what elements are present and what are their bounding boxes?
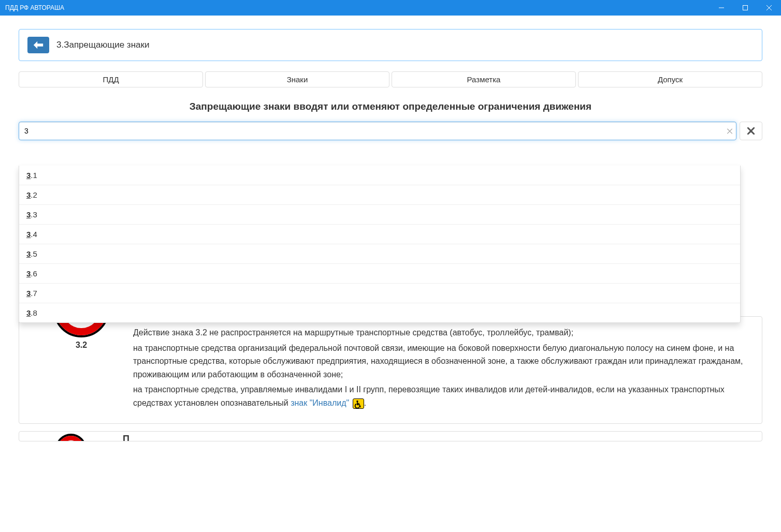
tabbar: ПДД Знаки Разметка Допуск — [19, 71, 762, 87]
x-icon — [727, 129, 732, 134]
x-bold-icon — [747, 127, 755, 135]
tab-signs[interactable]: Знаки — [205, 71, 389, 87]
suggestion-item[interactable]: 3.2 — [19, 185, 740, 204]
article-p1: Действие знака 3.2 не распространяется н… — [133, 326, 751, 339]
reset-button[interactable] — [740, 122, 762, 140]
header-panel: 3.Запрещающие знаки — [19, 29, 762, 61]
maximize-button[interactable] — [733, 0, 757, 16]
invalid-sign-link[interactable]: знак "Инвалид" — [291, 398, 349, 407]
input-clear-icon[interactable] — [727, 127, 732, 136]
article-panel: 3.2 Действие знака 3.2 не распространяет… — [19, 316, 762, 424]
article-p3: на транспортные средства, управляемые ин… — [133, 383, 751, 409]
svg-rect-0 — [743, 6, 748, 10]
back-button[interactable] — [27, 37, 49, 53]
tab-pdd[interactable]: ПДД — [19, 71, 203, 87]
article-p3-text: на транспортные средства, управляемые ин… — [133, 385, 725, 407]
article-text: Действие знака 3.2 не распространяется н… — [133, 326, 751, 412]
titlebar: ПДД РФ АВТОРАША — [0, 0, 781, 16]
search-input[interactable] — [19, 122, 736, 140]
window-title: ПДД РФ АВТОРАША — [5, 4, 64, 11]
window-controls — [710, 0, 781, 16]
suggestion-item[interactable]: 3.1 — [19, 166, 740, 185]
suggestion-item[interactable]: 3.8 — [19, 303, 740, 322]
autocomplete-dropdown: 3.1 3.2 3.3 3.4 3.5 3.6 3.7 3.8 — [19, 166, 741, 323]
suggestion-item[interactable]: 3.3 — [19, 204, 740, 224]
content: 3.Запрещающие знаки ПДД Знаки Разметка Д… — [0, 16, 781, 441]
next-article-label: П — [123, 434, 762, 441]
disabled-badge-icon — [353, 398, 364, 409]
suggestion-item[interactable]: 3.7 — [19, 283, 740, 303]
suggestion-item[interactable]: 3.5 — [19, 244, 740, 263]
page-title: 3.Запрещающие знаки — [56, 40, 149, 50]
sign-number: 3.2 — [76, 341, 87, 350]
tab-markings[interactable]: Разметка — [392, 71, 576, 87]
section-heading: Запрещающие знаки вводят или отменяют оп… — [19, 101, 762, 112]
close-button[interactable] — [757, 0, 781, 16]
search-row — [19, 122, 762, 140]
next-article-panel: П — [19, 431, 762, 441]
article-p2: на транспортные средства организаций фед… — [133, 342, 751, 381]
arrow-left-icon — [33, 41, 44, 49]
suggestion-item[interactable]: 3.6 — [19, 263, 740, 283]
article-p3-tail: . — [364, 398, 366, 407]
suggestion-item[interactable]: 3.4 — [19, 224, 740, 244]
sign-next-icon — [55, 434, 86, 441]
minimize-button[interactable] — [710, 0, 733, 16]
tab-admission[interactable]: Допуск — [578, 71, 762, 87]
